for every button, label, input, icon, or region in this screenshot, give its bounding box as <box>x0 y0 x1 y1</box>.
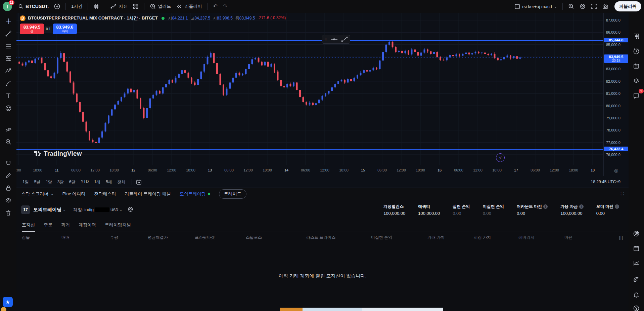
table-column-header[interactable]: 평균체결가 <box>148 235 195 240</box>
info-icon[interactable]: i <box>615 204 619 209</box>
trading-subtab[interactable]: 트레이딩저널 <box>105 222 131 232</box>
alerts-clock-button[interactable] <box>631 46 642 57</box>
range-button[interactable]: 1해 <box>91 178 103 186</box>
panel-tab[interactable]: Pine 에디터 <box>62 191 86 197</box>
indicator-templates-button[interactable] <box>130 2 141 11</box>
publish-button[interactable]: 퍼블리쉬 <box>614 1 641 11</box>
crosshair-tool[interactable] <box>3 15 14 27</box>
range-button[interactable]: 6달 <box>66 178 78 186</box>
favorites-star-button[interactable]: ★ <box>3 297 13 307</box>
trading-panel-title[interactable]: 모의트레이딩 <box>33 207 61 213</box>
table-column-header[interactable]: 레버리지 <box>518 235 564 240</box>
table-column-header[interactable]: 수량 <box>110 235 148 240</box>
range-button[interactable]: 3달 <box>55 178 66 186</box>
table-column-header[interactable]: 시장 가치 <box>474 235 518 240</box>
range-button[interactable]: YTD <box>78 178 91 186</box>
hide-drawings-tool[interactable] <box>3 195 14 206</box>
lock-tool[interactable] <box>3 182 14 194</box>
drag-grip-icon[interactable]: ⠿ <box>324 38 327 41</box>
panel-minimize-icon[interactable]: — <box>611 191 615 197</box>
compare-add-button[interactable] <box>51 2 63 11</box>
edit-tool[interactable] <box>3 170 14 181</box>
clock-timezone[interactable]: 18:29:45 UTC+9 <box>591 180 625 184</box>
table-column-header[interactable]: 거래 가치 <box>427 235 474 240</box>
horizontal-lines-tool[interactable] <box>3 40 14 52</box>
trading-subtab[interactable]: 계정이력 <box>79 222 96 232</box>
chevron-down-icon[interactable]: ⌄ <box>63 208 66 212</box>
panel-tab[interactable]: 리플레이 트레이딩 패널 <box>125 191 171 197</box>
ideas-button[interactable] <box>631 228 642 239</box>
table-column-header[interactable]: 미실현 손익 <box>371 235 427 240</box>
trend-line-tool-icon[interactable] <box>341 37 348 42</box>
scales-settings-icon[interactable]: ◎ <box>614 168 618 173</box>
info-icon[interactable]: i <box>543 204 548 209</box>
sell-button[interactable]: 83,949.5 셀 <box>20 24 44 34</box>
buy-button[interactable]: 83,949.6 바이 <box>53 24 77 34</box>
time-axis[interactable]: :0018:001106:0012:0018:001206:0012:0018:… <box>16 165 603 176</box>
boost-button[interactable]: ⚡ <box>496 153 505 162</box>
panel-restore-icon[interactable]: ⛶ <box>621 191 624 197</box>
table-column-header[interactable]: 심볼 <box>22 235 61 240</box>
range-button[interactable]: 5날 <box>32 178 43 186</box>
object-tree-button[interactable] <box>631 75 642 87</box>
symbol-title[interactable]: BTCUSDTPERP PERPETUAL MIX CONTRACT · 1시간… <box>28 15 158 21</box>
calendar-button[interactable] <box>631 243 642 254</box>
watchlist-button[interactable] <box>631 31 642 42</box>
trading-settings-gear[interactable] <box>128 206 133 213</box>
notifications-bell-button[interactable] <box>631 289 642 301</box>
alert-button[interactable]: 얼러트 <box>147 2 174 11</box>
redo-button[interactable]: ↷ <box>220 2 230 10</box>
measure-tool[interactable] <box>3 124 14 135</box>
pattern-tool[interactable] <box>3 65 14 77</box>
range-button[interactable]: 1달 <box>43 178 55 186</box>
chart-canvas[interactable]: ₿ BTCUSDTPERP PERPETUAL MIX CONTRACT · 1… <box>16 13 603 165</box>
price-axis[interactable]: 87,000.086,000.085,000.084,000.083,000.0… <box>603 13 629 165</box>
table-column-header[interactable]: 스탑로스 <box>246 235 306 240</box>
streams-button[interactable] <box>631 274 642 286</box>
trade-button[interactable]: 트레이드 <box>219 189 246 199</box>
magnet-tool[interactable] <box>3 157 14 169</box>
range-button[interactable]: 1일 <box>20 178 32 186</box>
trade-panel-button[interactable] <box>631 258 642 269</box>
data-window-button[interactable] <box>631 61 642 72</box>
chat-button[interactable]: 1 <box>631 90 642 102</box>
undo-button[interactable]: ↶ <box>210 2 220 10</box>
trading-subtab[interactable]: 포지션 <box>22 222 35 232</box>
quick-search-button[interactable] <box>565 2 577 11</box>
candlestick-chart[interactable] <box>16 13 603 165</box>
panel-tab[interactable]: 전략테스터 <box>94 191 116 197</box>
replay-button[interactable]: 리플레이 <box>174 2 204 11</box>
panel-tab[interactable]: 모의트레이딩 <box>180 191 210 197</box>
range-button[interactable]: 전체 <box>115 178 128 186</box>
zoom-in-tool[interactable] <box>3 136 14 148</box>
layout-select-button[interactable]: rsi ker+aj macd ⌄ <box>512 2 560 11</box>
account-selector[interactable]: 계정: indig USD ⌄ <box>73 207 122 213</box>
info-icon[interactable]: i <box>579 204 584 209</box>
fib-retracement-tool[interactable] <box>3 53 14 64</box>
floating-drawing-toolbar[interactable]: ⠿ <box>322 35 350 44</box>
columns-settings-icon[interactable]: ||| <box>619 235 623 240</box>
trading-subtab[interactable]: 과거 <box>61 222 70 232</box>
trading-subtab[interactable]: 주문 <box>44 222 52 232</box>
go-to-date-button[interactable] <box>132 179 142 185</box>
horizontal-line-tool-icon[interactable] <box>330 37 338 42</box>
chart-type-button[interactable] <box>91 2 102 11</box>
brush-tool[interactable] <box>3 78 14 89</box>
trend-line-tool[interactable] <box>3 28 14 39</box>
panel-tab[interactable]: 스탁 스크리너 ⌄ <box>21 191 54 197</box>
user-avatar[interactable]: I 11 <box>3 2 12 11</box>
table-column-header[interactable]: 프라핏타겟 <box>195 235 246 240</box>
market-status-dot[interactable] <box>162 17 165 20</box>
interval-button[interactable]: 1시간 <box>68 2 85 11</box>
table-column-header[interactable]: 매매 <box>61 235 110 240</box>
snapshot-button[interactable] <box>600 2 611 11</box>
text-tool[interactable] <box>3 90 14 102</box>
symbol-search-button[interactable]: BTCUSDT. <box>15 2 51 10</box>
remove-drawings-tool[interactable] <box>3 207 14 219</box>
fullscreen-button[interactable] <box>588 2 600 11</box>
table-column-header[interactable]: 라스트 프라이스 <box>306 235 371 240</box>
table-column-header[interactable]: 마진 <box>564 235 601 240</box>
help-button[interactable] <box>631 303 642 311</box>
indicators-button[interactable]: 지표 <box>108 2 130 11</box>
settings-button[interactable] <box>577 2 588 11</box>
